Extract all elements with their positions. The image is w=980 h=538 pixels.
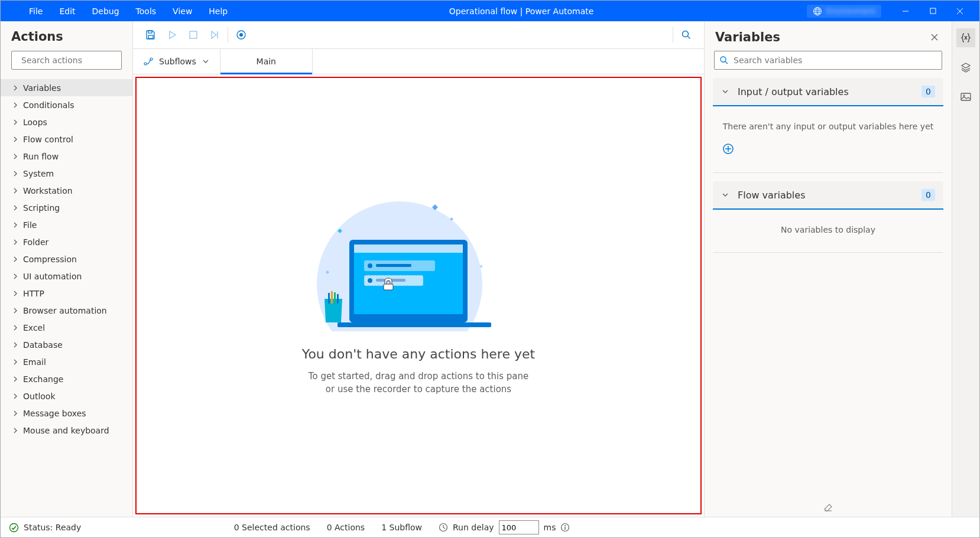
status-text: Status: Ready [24,523,81,532]
flow-variables-group: Flow variables 0 No variables to display [713,181,943,253]
tree-label: Outlook [23,392,56,401]
environment-picker[interactable]: Environment [807,5,881,18]
stop-button[interactable] [183,24,204,45]
flow-group-label: Flow variables [738,190,913,201]
designer-area: Subflows Main [133,21,705,517]
status-bar: Status: Ready 0 Selected actions 0 Actio… [1,517,979,537]
svg-point-10 [144,63,147,65]
tree-item-scripting[interactable]: Scripting [1,199,132,216]
tree-item-compression[interactable]: Compression [1,250,132,268]
variables-panel-title: Variables [715,30,927,44]
recorder-button[interactable] [231,24,252,45]
tree-item-run-flow[interactable]: Run flow [1,148,132,165]
tree-item-file[interactable]: File [1,216,132,233]
subflows-label: Subflows [159,57,196,66]
close-button[interactable] [946,1,973,21]
tree-label: Exchange [23,374,63,384]
tree-item-email[interactable]: Email [1,353,132,370]
rail-variables-button[interactable] [956,28,975,47]
io-empty-text: There aren't any input or output variabl… [722,122,934,131]
tree-label: Compression [23,255,77,264]
minimize-button[interactable] [892,1,919,21]
tree-item-flow-control[interactable]: Flow control [1,131,132,148]
io-group-label: Input / output variables [738,86,913,97]
svg-rect-2 [930,8,936,14]
rail-ui-elements-button[interactable] [956,58,975,77]
tree-item-mouse-keyboard[interactable]: Mouse and keyboard [1,422,132,439]
tree-item-outlook[interactable]: Outlook [1,387,132,405]
status-ok-icon [9,523,19,533]
tab-main[interactable]: Main [220,49,313,74]
menu-edit[interactable]: Edit [51,6,83,16]
actions-search[interactable] [11,51,122,70]
tree-item-exchange[interactable]: Exchange [1,370,132,387]
status-selected: 0 Selected actions [234,523,310,532]
io-variables-toggle[interactable]: Input / output variables 0 [713,78,943,106]
tree-item-system[interactable]: System [1,165,132,182]
tree-label: HTTP [23,289,44,298]
actions-panel-title: Actions [1,21,132,51]
flow-variables-toggle[interactable]: Flow variables 0 [713,181,943,210]
tree-item-http[interactable]: HTTP [1,285,132,302]
tree-item-workstation[interactable]: Workstation [1,182,132,199]
step-button[interactable] [204,24,225,45]
tree-label: Email [23,357,46,367]
tree-item-conditionals[interactable]: Conditionals [1,96,132,113]
tree-item-ui-automation[interactable]: UI automation [1,268,132,285]
clear-variables-button[interactable] [705,497,952,517]
environment-name: Environment [826,6,875,15]
tree-item-excel[interactable]: Excel [1,319,132,336]
svg-point-36 [564,525,566,526]
canvas-search-button[interactable] [676,24,697,45]
subflows-dropdown[interactable]: Subflows [133,49,220,74]
tree-label: Run flow [23,152,59,161]
tree-item-browser-automation[interactable]: Browser automation [1,302,132,319]
rail-images-button[interactable] [956,87,975,106]
flow-empty-text: No variables to display [722,225,934,234]
info-icon[interactable] [560,523,570,532]
variables-close-button[interactable] [927,30,942,45]
tree-item-variables[interactable]: Variables [1,79,132,96]
empty-illustration-icon [302,195,491,331]
canvas-empty-state: You don't have any actions here yet To g… [302,195,535,396]
tree-label: System [23,169,54,178]
tree-item-message-boxes[interactable]: Message boxes [1,405,132,422]
tree-label: Loops [23,118,47,127]
menu-debug[interactable]: Debug [84,6,128,16]
run-delay-input[interactable] [499,520,539,534]
tree-item-loops[interactable]: Loops [1,113,132,131]
svg-rect-31 [961,93,971,100]
menu-file[interactable]: File [21,6,51,16]
title-bar: File Edit Debug Tools View Help Operatio… [1,1,979,21]
maximize-button[interactable] [919,1,946,21]
tree-label: Workstation [23,186,73,195]
layers-icon [960,61,972,73]
status-subflows: 1 Subflow [381,523,422,532]
menu-tools[interactable]: Tools [128,6,165,16]
svg-rect-6 [190,31,197,38]
chevron-down-icon [202,58,209,65]
svg-point-29 [721,57,726,62]
save-button[interactable] [140,24,161,45]
variables-search[interactable] [714,51,942,70]
empty-title: You don't have any actions here yet [302,347,535,361]
tree-item-database[interactable]: Database [1,336,132,353]
chevron-down-icon [721,87,729,96]
add-io-variable-button[interactable] [722,143,934,155]
run-button[interactable] [161,24,183,45]
variables-panel: Variables Input / output variables 0 The… [705,21,952,517]
io-group-count: 0 [921,86,935,97]
svg-point-21 [368,278,372,283]
variables-search-input[interactable] [734,56,937,65]
menu-help[interactable]: Help [200,6,236,16]
flow-group-count: 0 [921,189,935,201]
tree-label: Variables [23,83,61,93]
tree-item-folder[interactable]: Folder [1,233,132,250]
flow-canvas[interactable]: You don't have any actions here yet To g… [135,77,702,514]
actions-search-input[interactable] [21,56,124,65]
svg-rect-24 [338,322,491,327]
run-delay-label: Run delay [453,523,494,532]
svg-rect-26 [331,291,333,304]
menu-view[interactable]: View [164,6,200,16]
actions-tree[interactable]: Variables Conditionals Loops Flow contro… [1,77,132,517]
